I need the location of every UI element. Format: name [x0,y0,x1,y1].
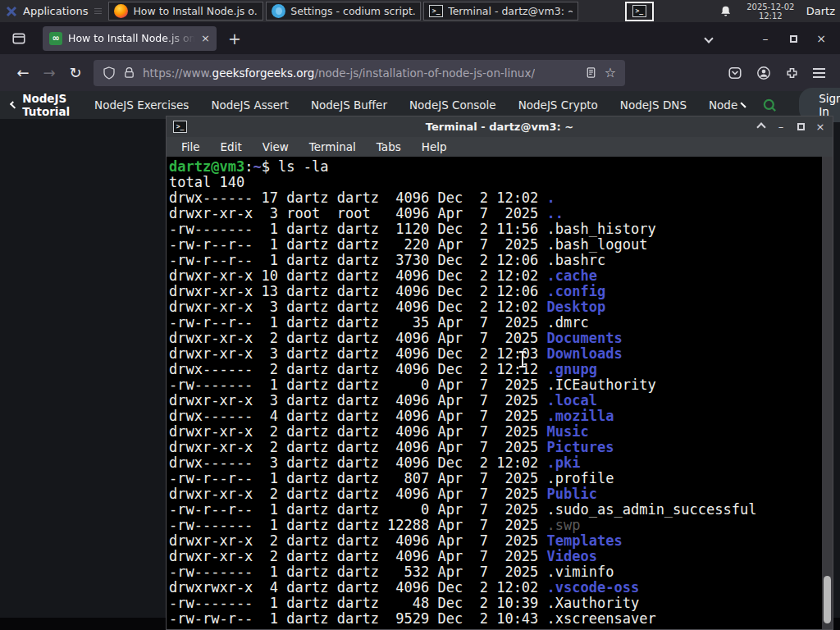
applications-button[interactable]: Applications [0,0,94,22]
nav-item-dns[interactable]: NodeJS DNS [620,98,687,112]
terminal-window: >_ Terminal - dartz@vm3: ~ – × File Edit… [166,116,833,630]
terminal-shade-button[interactable] [756,124,767,130]
account-icon[interactable] [756,66,771,80]
terminal-listing-line: drwxrwxr-x 4 dartz dartz 4096 Dec 2 12:0… [169,580,821,596]
panel-clock[interactable]: 2025-12-02 12:12 [743,2,798,21]
terminal-listing-line: drwxr-xr-x 2 dartz dartz 4096 Apr 7 2025… [169,486,821,502]
applications-label: Applications [23,5,88,17]
url-scheme: https://www. [143,66,212,80]
terminal-listing-line: -rw------- 1 dartz dartz 0 Apr 7 2025 .I… [169,377,821,393]
browser-tab[interactable]: ∞ How to Install Node.js on × [43,26,217,51]
nav-scroll-right-icon[interactable] [741,102,746,107]
terminal-titlebar[interactable]: >_ Terminal - dartz@vm3: ~ – × [167,116,833,137]
nav-item-exercises[interactable]: NodeJS Exercises [94,98,189,112]
terminal-listing-line: drwxr-xr-x 3 dartz dartz 4096 Dec 2 12:0… [169,299,821,315]
tab-title: How to Install Node.js on [68,32,195,44]
firefox-view-button[interactable] [11,31,26,46]
terminal-listing-line: drwxr-xr-x 3 dartz dartz 4096 Apr 7 2025… [169,393,821,409]
terminal-listing-line: drwx------ 2 dartz dartz 4096 Dec 2 12:1… [169,362,821,377]
terminal-listing-line: -rw------- 1 dartz dartz 48 Dec 2 10:39 … [169,596,821,611]
top-panel: Applications How to Install Node.js o...… [0,0,840,22]
menu-item-terminal[interactable]: Terminal [309,140,356,153]
terminal-listing-line: -rw-r--r-- 1 dartz dartz 0 Apr 7 2025 .s… [169,502,821,518]
reload-button[interactable]: ↻ [62,64,89,81]
nav-back-label: NodeJS Tutorial [22,92,72,118]
terminal-scrollbar[interactable] [822,157,833,629]
shield-icon[interactable] [103,66,116,80]
terminal-maximize-button[interactable] [795,123,806,130]
mouse-cursor-ibeam [518,351,527,368]
menu-item-edit[interactable]: Edit [221,140,242,153]
menu-item-tabs[interactable]: Tabs [377,140,401,153]
task-button-vscodium[interactable]: Settings - codium script... [266,2,421,21]
window-minimize-button[interactable]: – [751,32,779,45]
terminal-close-button[interactable]: × [815,121,826,133]
back-button[interactable]: ← [10,64,36,81]
gfg-favicon-icon: ∞ [49,32,62,45]
new-tab-button[interactable]: + [228,30,241,48]
terminal-listing-line: drwxr-xr-x 2 dartz dartz 4096 Apr 7 2025… [169,424,821,440]
task-button-terminal[interactable]: >_ Terminal - dartz@vm3: ~ [423,2,578,21]
task-button-label: Settings - codium script... [290,5,415,17]
nav-item-buffer[interactable]: NodeJS Buffer [311,98,387,112]
terminal-icon: >_ [632,5,646,17]
url-text: https://www.geeksforgeeks.org/node-js/in… [143,66,535,80]
terminal-listing-line: -rw-r--r-- 1 dartz dartz 220 Apr 7 2025 … [169,237,821,253]
lock-icon[interactable] [123,66,135,79]
terminal-menubar: File Edit View Terminal Tabs Help [167,137,833,157]
terminal-listing-line: drwxr-xr-x 2 dartz dartz 4096 Apr 7 2025… [169,440,821,455]
tab-bar: ∞ How to Install Node.js on × + – × [0,22,840,54]
menu-hamburger-icon[interactable] [813,68,825,78]
pocket-icon[interactable] [728,66,742,80]
nav-item-node-truncated[interactable]: Node [709,98,737,112]
terminal-listing-line: drwxr-xr-x 3 dartz dartz 4096 Dec 2 12:0… [169,346,821,362]
terminal-listing-line: -rw-r--r-- 1 dartz dartz 35 Apr 7 2025 .… [169,315,821,331]
chevron-left-icon [10,101,17,108]
tab-list-chevron-icon[interactable] [704,34,713,43]
tray-terminal-icon[interactable]: >_ [625,2,654,21]
task-button-firefox[interactable]: How to Install Node.js o... [108,2,263,21]
terminal-listing-line: drwxr-xr-x 10 dartz dartz 4096 Dec 2 12:… [169,268,821,284]
extensions-icon[interactable] [785,66,799,80]
nav-item-assert[interactable]: NodeJS Assert [211,98,289,112]
clock-time: 12:12 [743,11,798,21]
terminal-listing-line: drwxr-xr-x 2 dartz dartz 4096 Apr 7 2025… [169,533,821,549]
browser-toolbar: ← → ↻ https://www.geeksforgeeks.org/node… [0,54,840,91]
desktop: Applications How to Install Node.js o...… [0,0,840,630]
bookmark-star-icon[interactable]: ☆ [605,65,616,80]
vscodium-icon [272,4,285,18]
terminal-output[interactable]: dartz@vm3:~$ ls -latotal 140drwx------ 1… [167,157,821,629]
menu-item-file[interactable]: File [181,140,200,153]
nav-item-crypto[interactable]: NodeJS Crypto [518,98,598,112]
terminal-title: Terminal - dartz@vm3: ~ [167,121,833,133]
forward-button[interactable]: → [36,64,62,81]
terminal-listing-line: drwxr-xr-x 2 dartz dartz 4096 Apr 7 2025… [169,549,821,564]
nav-item-console[interactable]: NodeJS Console [409,98,496,112]
clock-date: 2025-12-02 [743,2,798,11]
url-bar[interactable]: https://www.geeksforgeeks.org/node-js/in… [94,60,625,86]
notification-bell-icon[interactable] [719,5,732,18]
panel-user-label: Dartz [806,5,835,17]
nav-back-button[interactable]: NodeJS Tutorial [11,92,72,118]
tab-close-icon[interactable]: × [201,32,210,44]
applications-icon [5,5,18,18]
terminal-listing-line: -rw-r--r-- 1 dartz dartz 3730 Dec 2 12:0… [169,253,821,268]
task-button-label: Terminal - dartz@vm3: ~ [448,5,573,17]
terminal-listing-line: drwxr-xr-x 2 dartz dartz 4096 Apr 7 2025… [169,331,821,346]
terminal-listing-line: drwx------ 3 dartz dartz 4096 Dec 2 12:0… [169,455,821,471]
terminal-total-line: total 140 [169,175,821,190]
terminal-listing-line: -rw------- 1 dartz dartz 1120 Dec 2 11:5… [169,221,821,237]
scrollbar-thumb[interactable] [824,576,831,623]
terminal-minimize-button[interactable]: – [775,121,787,133]
menu-item-view[interactable]: View [262,140,289,153]
terminal-listing-line: drwx------ 17 dartz dartz 4096 Dec 2 12:… [169,190,821,206]
search-button[interactable] [762,98,778,113]
maximize-icon [790,35,797,43]
terminal-listing-line: drwx------ 4 dartz dartz 4096 Apr 7 2025… [169,409,821,424]
window-close-button[interactable]: × [807,32,835,45]
gfg-navbar: NodeJS Tutorial NodeJS Exercises NodeJS … [0,91,840,119]
menu-item-help[interactable]: Help [422,140,447,153]
terminal-listing-line: -rw-rw-r-- 1 dartz dartz 9529 Dec 2 10:4… [169,611,821,627]
reader-mode-icon[interactable] [585,66,597,79]
window-maximize-button[interactable] [779,32,807,45]
